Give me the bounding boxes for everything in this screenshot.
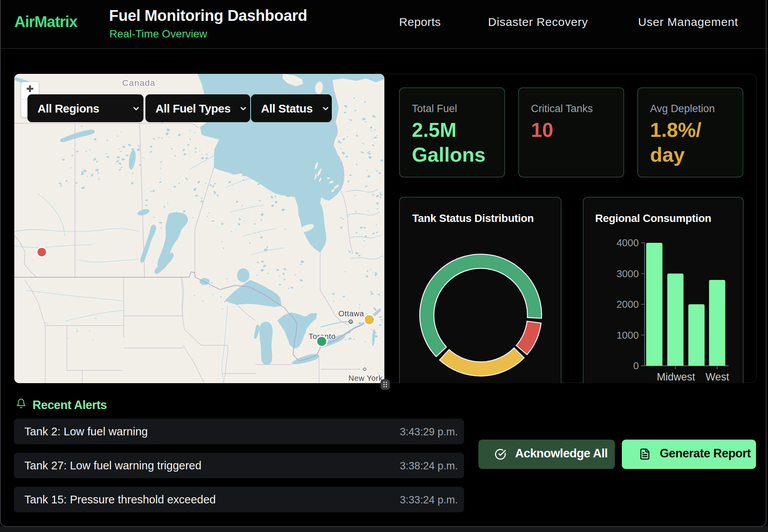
svg-text:4000: 4000 — [616, 237, 639, 249]
svg-text:Canada: Canada — [122, 78, 155, 88]
svg-text:0: 0 — [633, 360, 639, 372]
svg-text:New York: New York — [348, 374, 383, 382]
svg-text:3000: 3000 — [616, 268, 639, 280]
svg-text:1000: 1000 — [616, 329, 639, 341]
svg-text:2000: 2000 — [616, 298, 639, 310]
svg-text:Ottawa: Ottawa — [338, 309, 364, 318]
svg-text:Midwest: Midwest — [657, 371, 695, 383]
svg-text:West: West — [705, 371, 729, 383]
